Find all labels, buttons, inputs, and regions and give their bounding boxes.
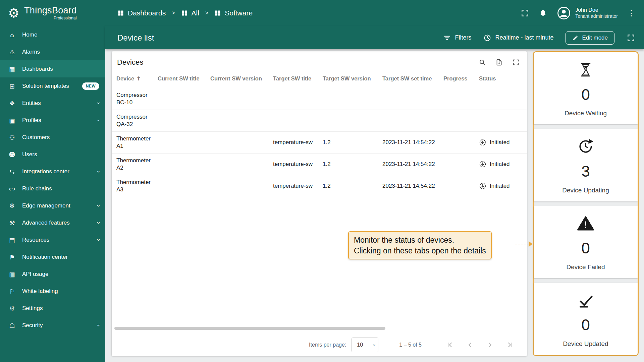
user-name: John Doe bbox=[575, 7, 618, 13]
dashboard-grid-icon bbox=[181, 10, 188, 16]
edge-management-icon: ✻ bbox=[8, 202, 16, 209]
sidebar-item-alarms[interactable]: ⚠ Alarms bbox=[0, 43, 105, 60]
sidebar-item-customers[interactable]: ⚇ Customers bbox=[0, 129, 105, 146]
sidebar-item-api-usage[interactable]: ▥ API usage bbox=[0, 265, 105, 283]
column-header-current-sw-title[interactable]: Current SW title bbox=[158, 75, 210, 82]
profiles-icon: ▣ bbox=[8, 117, 16, 124]
sidebar-item-edge-management[interactable]: ✻ Edge management ‹ bbox=[0, 197, 105, 214]
table-row[interactable]: ThermometerA2 temperature-sw 1.2 2023-11… bbox=[112, 154, 527, 175]
edit-mode-button[interactable]: Edit mode bbox=[566, 31, 614, 45]
customers-icon: ⚇ bbox=[8, 134, 16, 141]
column-header-target-sw-title[interactable]: Target SW title bbox=[273, 75, 323, 82]
more-options-kebab-icon[interactable]: ⋮ bbox=[627, 8, 635, 18]
next-page-button[interactable] bbox=[486, 341, 494, 349]
dashboard-grid-icon bbox=[214, 10, 221, 16]
table-row[interactable]: CompressorBC-10 bbox=[112, 88, 527, 110]
update-initiated-icon bbox=[479, 161, 486, 168]
device-waiting-card[interactable]: 0 Device Waiting bbox=[534, 52, 638, 124]
sidebar-item-settings[interactable]: ⚙ Settings bbox=[0, 300, 105, 317]
column-header-target-sw-version[interactable]: Target SW version bbox=[323, 75, 382, 82]
dashboard-grid-icon bbox=[117, 10, 124, 16]
sidebar-item-notification-center[interactable]: ⚑ Notification center bbox=[0, 248, 105, 265]
device-waiting-count: 0 bbox=[581, 87, 590, 102]
column-header-target-sw-set-time[interactable]: Target SW set time bbox=[382, 75, 443, 82]
table-header-row: Device ↑ Current SW title Current SW ver… bbox=[112, 69, 527, 88]
export-file-icon[interactable] bbox=[495, 59, 503, 66]
pagination-range-label: 1 – 5 of 5 bbox=[399, 342, 422, 348]
sidebar-item-white-labeling[interactable]: ⚐ White labeling bbox=[0, 283, 105, 300]
pencil-icon bbox=[572, 35, 578, 41]
sidebar-item-resources[interactable]: ▤ Resources ‹ bbox=[0, 231, 105, 248]
notifications-bell-icon[interactable] bbox=[539, 9, 547, 17]
chevron-down-icon: ‹ bbox=[94, 102, 102, 105]
timewindow-button[interactable]: Realtime - last minute bbox=[483, 34, 553, 42]
breadcrumb-software[interactable]: Software bbox=[214, 9, 253, 17]
sidebar-item-users[interactable]: ☻ Users bbox=[0, 146, 105, 163]
sidebar-item-rule-chains[interactable]: ‹·› Rule chains bbox=[0, 180, 105, 197]
settings-icon: ⚙ bbox=[8, 305, 16, 312]
table-row[interactable]: ThermometerA1 temperature-sw 1.2 2023-11… bbox=[112, 132, 527, 154]
last-page-button[interactable] bbox=[506, 341, 514, 349]
sidebar-nav: ⌂ Home ⚠ Alarms ▦ Dashboards ⊞ Solution … bbox=[0, 26, 105, 334]
table-row[interactable]: CompressorQA-32 bbox=[112, 110, 527, 132]
devices-table-widget: Devices Device ↑ Current SW title Curren… bbox=[112, 51, 527, 356]
horizontal-scrollbar bbox=[114, 327, 525, 330]
breadcrumb-dashboards[interactable]: Dashboards bbox=[117, 9, 166, 17]
device-status-cards: 0 Device Waiting 3 Device Updating 0 Dev… bbox=[533, 51, 639, 356]
user-menu[interactable]: John Doe Tenant administrator bbox=[557, 6, 618, 20]
fullscreen-icon[interactable] bbox=[512, 59, 520, 66]
sidebar-item-security[interactable]: ☖ Security ‹ bbox=[0, 317, 105, 334]
device-updated-card[interactable]: 0 Device Updated bbox=[534, 283, 638, 355]
breadcrumb-all[interactable]: All bbox=[181, 9, 199, 17]
advanced-features-icon: ⚒ bbox=[8, 219, 16, 227]
column-header-current-sw-version[interactable]: Current SW version bbox=[210, 75, 273, 82]
chevron-down-icon: ‹ bbox=[371, 344, 377, 346]
alarms-icon: ⚠ bbox=[8, 48, 16, 56]
topbar: Dashboards > All > Software bbox=[105, 0, 644, 26]
solution-templates-icon: ⊞ bbox=[8, 82, 16, 90]
device-failed-card[interactable]: 0 Device Failed bbox=[534, 206, 638, 278]
new-badge: NEW bbox=[82, 82, 99, 90]
first-page-button[interactable] bbox=[446, 341, 454, 349]
device-updated-count: 0 bbox=[581, 317, 590, 333]
avatar bbox=[557, 6, 571, 20]
chevron-down-icon: ‹ bbox=[94, 239, 102, 241]
tooltip-connector-line bbox=[515, 244, 529, 244]
sidebar: ⚙ ThingsBoard Professional ⌂ Home ⚠ Alar… bbox=[0, 0, 105, 362]
search-icon[interactable] bbox=[479, 59, 486, 66]
entities-icon: ❖ bbox=[8, 100, 16, 107]
column-header-device[interactable]: Device ↑ bbox=[116, 75, 158, 82]
page-title: Device list bbox=[117, 33, 154, 43]
table-row[interactable]: ThermometerA3 temperature-sw 1.2 2023-11… bbox=[112, 175, 527, 197]
chevron-down-icon: ‹ bbox=[94, 324, 102, 327]
fullscreen-icon[interactable] bbox=[627, 34, 635, 42]
sidebar-item-solution-templates[interactable]: ⊞ Solution templates NEW bbox=[0, 77, 105, 95]
chevron-down-icon: ‹ bbox=[94, 204, 102, 207]
device-updated-label: Device Updated bbox=[563, 340, 608, 348]
integrations-center-icon: ⇆ bbox=[8, 168, 16, 175]
device-waiting-label: Device Waiting bbox=[565, 110, 607, 117]
fullscreen-icon[interactable] bbox=[521, 9, 529, 17]
tooltip-line-2: Clicking on these tabs open the details bbox=[354, 245, 486, 256]
device-failed-count: 0 bbox=[581, 240, 590, 256]
sidebar-item-home[interactable]: ⌂ Home bbox=[0, 26, 105, 43]
notification-center-icon: ⚑ bbox=[8, 253, 16, 261]
sidebar-item-integrations-center[interactable]: ⇆ Integrations center ‹ bbox=[0, 163, 105, 180]
users-icon: ☻ bbox=[8, 151, 16, 158]
previous-page-button[interactable] bbox=[466, 341, 474, 349]
column-header-status[interactable]: Status bbox=[479, 75, 522, 82]
sidebar-item-advanced-features[interactable]: ⚒ Advanced features ‹ bbox=[0, 214, 105, 231]
filters-button[interactable]: Filters bbox=[443, 34, 471, 42]
update-initiated-icon bbox=[479, 139, 486, 146]
sidebar-item-profiles[interactable]: ▣ Profiles ‹ bbox=[0, 112, 105, 129]
sidebar-item-entities[interactable]: ❖ Entities ‹ bbox=[0, 95, 105, 112]
resources-icon: ▤ bbox=[8, 236, 16, 244]
items-per-page-select[interactable]: 10 ‹ bbox=[352, 338, 378, 352]
chevron-down-icon: ‹ bbox=[94, 222, 102, 224]
scrollbar-thumb[interactable] bbox=[114, 327, 385, 330]
logo[interactable]: ⚙ ThingsBoard Professional bbox=[0, 0, 105, 26]
update-initiated-icon bbox=[479, 182, 486, 190]
column-header-progress[interactable]: Progress bbox=[443, 75, 479, 82]
sidebar-item-dashboards[interactable]: ▦ Dashboards bbox=[0, 60, 105, 77]
device-updating-card[interactable]: 3 Device Updating bbox=[534, 129, 638, 201]
